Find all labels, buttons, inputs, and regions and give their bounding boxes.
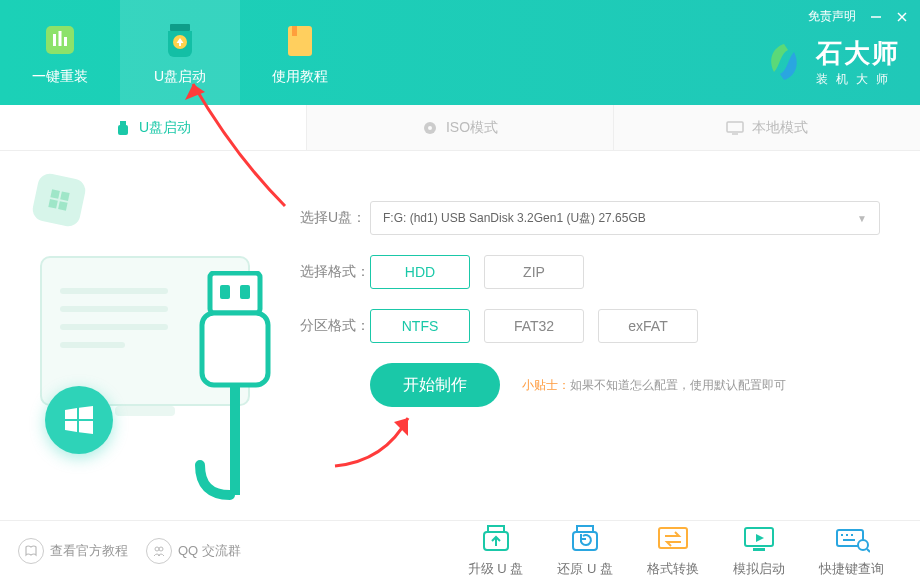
tab-label: ISO模式 [446,119,498,137]
qq-group-link[interactable]: QQ 交流群 [146,538,241,564]
tool-format-convert[interactable]: 格式转换 [647,524,699,578]
people-icon [146,538,172,564]
close-button[interactable] [896,11,908,23]
tool-restore-usb[interactable]: 还原 U 盘 [557,524,613,578]
keyboard-search-icon [834,524,870,554]
format-option-zip[interactable]: ZIP [484,255,584,289]
svg-point-27 [159,547,163,551]
nav-tutorial[interactable]: 使用教程 [240,0,360,105]
svg-rect-4 [53,34,56,46]
svg-rect-22 [220,285,230,299]
tool-label: 格式转换 [647,560,699,578]
tool-label: 升级 U 盘 [468,560,524,578]
chevron-down-icon: ▼ [857,213,867,224]
tab-local-mode[interactable]: 本地模式 [614,105,920,150]
disk-select[interactable]: F:G: (hd1) USB SanDisk 3.2Gen1 (U盘) 27.6… [370,201,880,235]
tab-label: 本地模式 [752,119,808,137]
svg-rect-7 [170,24,190,31]
svg-rect-9 [288,26,312,56]
svg-rect-21 [210,273,260,313]
config-form: 选择U盘： F:G: (hd1) USB SanDisk 3.2Gen1 (U盘… [300,201,880,407]
brand-title: 石大师 [816,36,900,71]
svg-rect-18 [60,191,69,200]
partition-label: 分区格式： [300,317,370,335]
iso-icon [422,120,438,136]
tool-label: 快捷键查询 [819,560,884,578]
nav-label: U盘启动 [154,68,206,86]
simulate-icon [741,524,777,554]
tool-label: 模拟启动 [733,560,785,578]
official-tutorial-link[interactable]: 查看官方教程 [18,538,128,564]
svg-line-41 [867,549,870,552]
svg-rect-17 [50,189,59,198]
svg-rect-15 [727,122,743,132]
svg-rect-11 [120,121,126,125]
brand-subtitle: 装机大师 [816,71,900,88]
nav-label: 使用教程 [272,68,328,86]
main-panel: 选择U盘： F:G: (hd1) USB SanDisk 3.2Gen1 (U盘… [0,151,920,521]
brand: 石大师 装机大师 [760,36,900,88]
book-icon [18,538,44,564]
format-option-hdd[interactable]: HDD [370,255,470,289]
svg-rect-23 [240,285,250,299]
brand-logo-icon [760,38,808,86]
usb-icon [115,120,131,136]
disk-value: F:G: (hd1) USB SanDisk 3.2Gen1 (U盘) 27.6… [383,210,646,227]
tip-label: 小贴士： [522,378,570,392]
partition-option-ntfs[interactable]: NTFS [370,309,470,343]
usb-plug-icon [190,271,280,501]
monitor-icon [726,120,744,136]
disk-label: 选择U盘： [300,209,370,227]
svg-rect-12 [118,125,128,135]
link-label: 查看官方教程 [50,542,128,560]
annotation-arrow-2 [330,406,440,476]
header: 免责声明 一键重装 U盘启动 使用教程 石大师 装机大师 [0,0,920,105]
svg-rect-24 [202,313,268,385]
svg-rect-19 [48,199,57,208]
disclaimer-link[interactable]: 免责声明 [808,8,856,25]
tip-text: 小贴士：如果不知道怎么配置，使用默认配置即可 [522,377,786,394]
svg-rect-34 [753,548,765,551]
windows-badge-icon [45,386,113,454]
svg-rect-32 [659,528,687,548]
svg-rect-20 [58,201,67,210]
tool-simulate-boot[interactable]: 模拟启动 [733,524,785,578]
convert-icon [655,524,691,554]
svg-point-14 [428,126,432,130]
titlebar-controls: 免责声明 [808,8,908,25]
tab-label: U盘启动 [139,119,191,137]
link-label: QQ 交流群 [178,542,241,560]
tool-shortcut-lookup[interactable]: 快捷键查询 [819,524,884,578]
usb-boot-icon [160,20,200,60]
svg-point-40 [858,540,868,550]
minimize-button[interactable] [870,11,882,23]
mode-tabs: U盘启动 ISO模式 本地模式 [0,105,920,151]
tab-usb-boot[interactable]: U盘启动 [0,105,307,150]
tab-iso-mode[interactable]: ISO模式 [307,105,614,150]
nav-usb-boot[interactable]: U盘启动 [120,0,240,105]
svg-rect-5 [59,31,62,46]
partition-option-fat32[interactable]: FAT32 [484,309,584,343]
nav-label: 一键重装 [32,68,88,86]
svg-rect-10 [292,26,297,36]
svg-point-26 [155,547,159,551]
start-button[interactable]: 开始制作 [370,363,500,407]
svg-rect-25 [230,385,240,495]
illustration [10,171,290,491]
restore-icon [567,524,603,554]
windows-tile-icon [31,172,88,229]
reinstall-icon [40,20,80,60]
tutorial-icon [280,20,320,60]
nav-reinstall[interactable]: 一键重装 [0,0,120,105]
footer: 查看官方教程 QQ 交流群 升级 U 盘 还原 U 盘 格式转换 模拟启动 快 [0,520,920,580]
partition-option-exfat[interactable]: exFAT [598,309,698,343]
format-label: 选择格式： [300,263,370,281]
upgrade-icon [478,524,514,554]
tool-upgrade-usb[interactable]: 升级 U 盘 [468,524,524,578]
tool-label: 还原 U 盘 [557,560,613,578]
svg-rect-6 [64,37,67,46]
